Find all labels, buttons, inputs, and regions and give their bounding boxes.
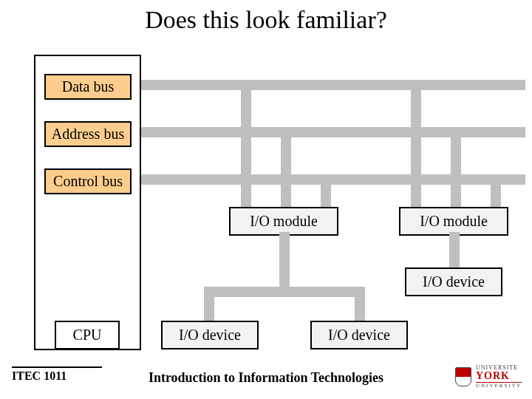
control-bus-line [141,174,525,185]
connector [411,80,421,207]
cpu-label: CPU [73,327,102,343]
address-bus-label-box: Address bus [44,121,132,147]
io-module-2-label: I/O module [420,213,488,229]
connector [279,232,290,290]
footer-rule [12,366,102,368]
connector [491,174,501,207]
data-bus-line [141,80,525,90]
io-device-3-box: I/O device [405,267,502,296]
connector [241,80,251,207]
connector [321,174,331,207]
connector [449,232,460,269]
data-bus-label-box: Data bus [44,74,132,100]
connector [355,287,365,322]
data-bus-label: Data bus [62,78,115,95]
control-bus-label: Control bus [53,173,123,189]
connector [204,287,214,322]
io-device-2-box: I/O device [310,321,408,349]
connector [451,127,461,207]
logo-mid: YORK [476,371,522,381]
logo-text: UNIVERSITE YORK UNIVERSITY [476,365,522,389]
io-device-1-box: I/O device [161,321,259,349]
cpu-box: CPU [55,321,120,349]
connector [281,127,291,207]
slide-title: Does this look familiar? [0,6,532,34]
shield-icon [455,367,471,386]
device-bus-line-left [204,287,365,297]
address-bus-label: Address bus [52,126,124,142]
io-module-1-label: I/O module [250,213,318,229]
control-bus-label-box: Control bus [44,168,132,194]
logo-bot: UNIVERSITY [476,382,522,389]
york-logo: UNIVERSITE YORK UNIVERSITY [455,365,522,389]
io-device-1-label: I/O device [179,327,241,343]
footer-subtitle: Introduction to Information Technologies [0,370,532,386]
slide: Does this look familiar? Data bus Addres… [0,0,532,399]
io-device-3-label: I/O device [423,273,485,290]
io-device-2-label: I/O device [328,327,390,343]
address-bus-line [141,127,525,137]
